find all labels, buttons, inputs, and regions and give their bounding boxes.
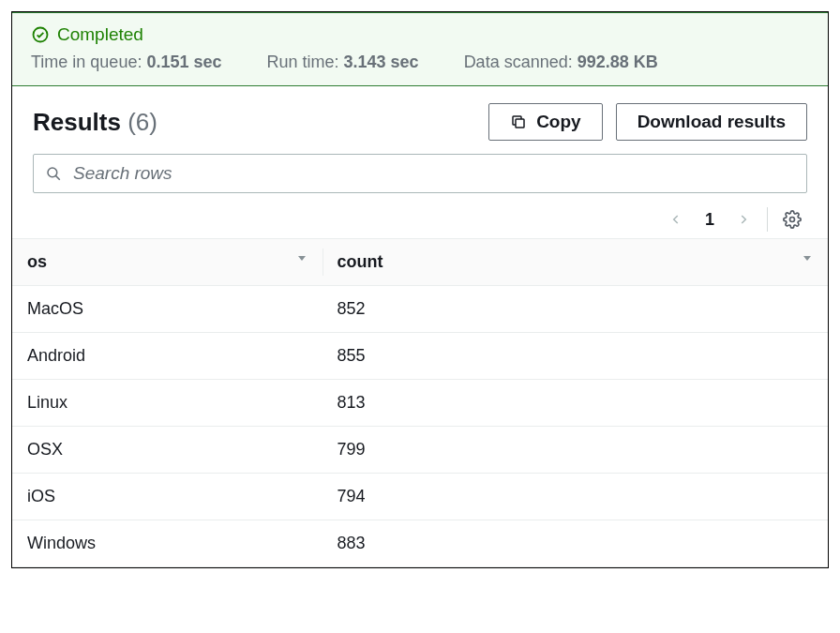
column-header-count[interactable]: count bbox=[322, 239, 828, 286]
cell-count: 794 bbox=[322, 474, 828, 520]
cell-os: Android bbox=[12, 333, 322, 380]
copy-button[interactable]: Copy bbox=[488, 103, 603, 141]
run-time-label: Run time: bbox=[267, 53, 339, 71]
page-number: 1 bbox=[699, 210, 720, 230]
cell-count: 813 bbox=[322, 380, 828, 427]
results-count: (6) bbox=[128, 108, 158, 136]
results-title-text: Results bbox=[33, 108, 121, 136]
status-label: Completed bbox=[57, 24, 143, 45]
svg-line-3 bbox=[55, 175, 59, 179]
cell-count: 883 bbox=[322, 520, 828, 567]
svg-point-4 bbox=[790, 218, 795, 222]
search-icon bbox=[45, 165, 62, 182]
run-time-metric: Run time: 3.143 sec bbox=[267, 53, 419, 72]
cell-count: 855 bbox=[322, 333, 828, 380]
table-row: Linux813 bbox=[12, 380, 828, 427]
data-scanned-value: 992.88 KB bbox=[578, 53, 658, 71]
table-row: OSX799 bbox=[12, 427, 828, 474]
prev-page-button[interactable] bbox=[666, 206, 686, 233]
sort-icon[interactable] bbox=[802, 252, 813, 264]
copy-icon bbox=[510, 113, 527, 130]
table-row: Windows883 bbox=[12, 520, 828, 567]
check-circle-icon bbox=[31, 25, 50, 44]
settings-button[interactable] bbox=[781, 208, 803, 231]
queue-time-label: Time in queue: bbox=[31, 53, 142, 71]
divider bbox=[767, 207, 768, 232]
next-page-button[interactable] bbox=[733, 206, 754, 233]
download-results-label: Download results bbox=[638, 112, 786, 132]
data-scanned-label: Data scanned: bbox=[464, 53, 573, 71]
table-row: MacOS852 bbox=[12, 286, 828, 333]
results-title: Results (6) bbox=[33, 108, 158, 137]
cell-os: iOS bbox=[12, 474, 322, 520]
cell-count: 852 bbox=[322, 286, 828, 333]
cell-os: Windows bbox=[12, 520, 322, 567]
table-row: iOS794 bbox=[12, 474, 828, 520]
queue-time-metric: Time in queue: 0.151 sec bbox=[31, 53, 222, 72]
download-results-button[interactable]: Download results bbox=[616, 103, 807, 141]
search-rows-field[interactable] bbox=[33, 154, 807, 193]
query-results-panel: Completed Time in queue: 0.151 sec Run t… bbox=[11, 11, 829, 568]
table-row: Android855 bbox=[12, 333, 828, 380]
cell-os: Linux bbox=[12, 380, 322, 427]
column-header-os[interactable]: os bbox=[12, 239, 322, 286]
sort-icon[interactable] bbox=[296, 252, 308, 264]
cell-os: MacOS bbox=[12, 286, 322, 333]
cell-count: 799 bbox=[322, 427, 828, 474]
cell-os: OSX bbox=[12, 427, 322, 474]
column-header-count-label: count bbox=[338, 252, 383, 271]
run-time-value: 3.143 sec bbox=[344, 53, 419, 71]
svg-rect-1 bbox=[516, 119, 524, 128]
data-scanned-metric: Data scanned: 992.88 KB bbox=[464, 53, 658, 72]
column-header-os-label: os bbox=[27, 252, 47, 271]
svg-point-2 bbox=[48, 168, 57, 177]
copy-button-label: Copy bbox=[536, 112, 581, 132]
search-input[interactable] bbox=[71, 162, 795, 185]
results-table: os count MacOS852Android855Linux813OSX79… bbox=[12, 238, 828, 567]
status-bar: Completed Time in queue: 0.151 sec Run t… bbox=[12, 12, 828, 86]
queue-time-value: 0.151 sec bbox=[146, 53, 221, 71]
